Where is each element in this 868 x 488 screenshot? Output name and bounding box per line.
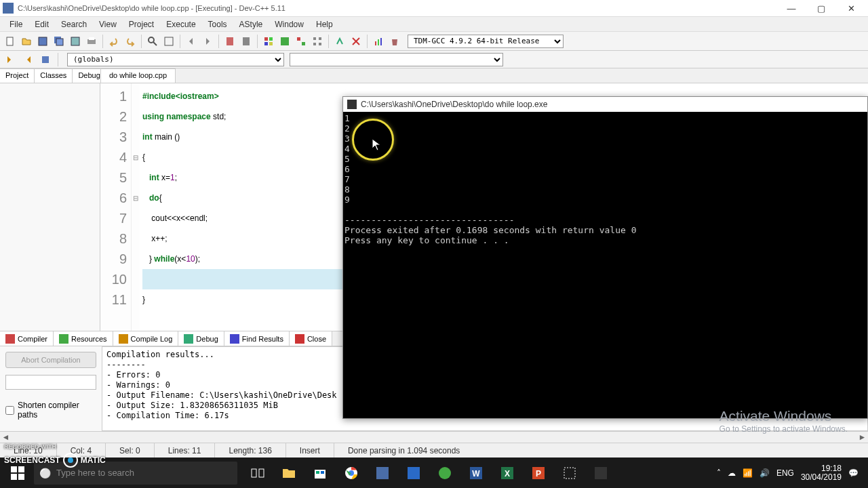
- open-button[interactable]: [19, 34, 34, 49]
- menu-window[interactable]: Window: [269, 18, 309, 30]
- scroll-right-icon[interactable]: ►: [856, 432, 868, 443]
- svg-rect-18: [302, 42, 305, 45]
- svg-rect-25: [375, 41, 376, 45]
- window-title: C:\Users\kashi\OneDrive\Desktop\do while…: [18, 4, 783, 12]
- excel-icon[interactable]: X: [492, 460, 522, 487]
- word-icon[interactable]: W: [461, 460, 491, 487]
- bottom-tab-debug[interactable]: Debug: [178, 331, 224, 346]
- tray-chevron-icon[interactable]: ˄: [717, 468, 721, 478]
- console-icon[interactable]: [586, 460, 616, 487]
- svg-text:X: X: [505, 469, 510, 479]
- task-view-icon[interactable]: [243, 460, 273, 487]
- app1-icon[interactable]: [399, 460, 429, 487]
- console-title: C:\Users\kashi\OneDrive\Desktop\do while…: [361, 100, 547, 109]
- powerpoint-icon[interactable]: P: [524, 460, 553, 487]
- maximize-button[interactable]: ▢: [812, 1, 830, 15]
- trash-button[interactable]: [387, 34, 402, 49]
- bookmark-list-button[interactable]: [20, 52, 35, 67]
- clock[interactable]: 19:18 30/04/2019: [801, 464, 842, 482]
- svg-rect-27: [380, 38, 382, 45]
- print-button[interactable]: [84, 34, 99, 49]
- debug-button[interactable]: [332, 34, 347, 49]
- save-as-button[interactable]: [68, 34, 83, 49]
- abort-compilation-button[interactable]: Abort Compilation: [5, 352, 96, 368]
- save-all-button[interactable]: [52, 34, 66, 49]
- menu-execute[interactable]: Execute: [161, 18, 201, 30]
- back-button[interactable]: [184, 34, 199, 49]
- svg-rect-40: [376, 467, 389, 479]
- app2-icon[interactable]: [555, 460, 585, 487]
- editor-tab[interactable]: do while loop.cpp: [100, 68, 176, 83]
- rebuild-button[interactable]: [310, 34, 325, 49]
- svg-rect-17: [297, 37, 300, 41]
- path-input[interactable]: [5, 375, 96, 390]
- compiler-select[interactable]: TDM-GCC 4.9.2 64-bit Release: [408, 35, 564, 48]
- svg-rect-32: [18, 474, 24, 480]
- replace-button[interactable]: [161, 34, 176, 49]
- svg-rect-20: [319, 37, 321, 40]
- left-tab-project[interactable]: Project: [0, 68, 35, 83]
- svg-rect-1: [39, 37, 47, 45]
- chrome-icon[interactable]: [336, 460, 366, 487]
- svg-rect-19: [313, 37, 316, 40]
- fold-column[interactable]: ⊟⊟: [132, 83, 140, 331]
- status-lines: Lines: 11: [155, 443, 216, 458]
- menu-project[interactable]: Project: [123, 18, 159, 30]
- find-button[interactable]: [145, 34, 160, 49]
- save-button[interactable]: [35, 34, 50, 49]
- bottom-tab-find-results[interactable]: Find Results: [224, 331, 290, 346]
- onedrive-icon[interactable]: ☁: [728, 468, 736, 478]
- forward-button[interactable]: [200, 34, 215, 49]
- console-title-bar[interactable]: C:\Users\kashi\OneDrive\Desktop\do while…: [343, 97, 867, 112]
- bookmark-button[interactable]: [222, 34, 237, 49]
- store-icon[interactable]: [305, 460, 335, 487]
- close-button[interactable]: ✕: [842, 1, 860, 15]
- utorrent-icon[interactable]: [430, 460, 460, 487]
- screencast-watermark: RECORDED WITH SCREENCAST MATIC: [4, 453, 106, 468]
- globals-select[interactable]: (globals): [67, 53, 284, 66]
- svg-rect-15: [269, 42, 273, 45]
- menu-edit[interactable]: Edit: [29, 18, 54, 30]
- menu-file[interactable]: File: [4, 18, 28, 30]
- compile-button[interactable]: [261, 34, 276, 49]
- devcpp-icon[interactable]: [368, 460, 397, 487]
- menu-view[interactable]: View: [94, 18, 122, 30]
- svg-rect-37: [321, 471, 324, 474]
- goto-button[interactable]: [239, 34, 254, 49]
- language-icon[interactable]: ENG: [776, 468, 794, 478]
- undo-button[interactable]: [106, 34, 121, 49]
- compile-run-button[interactable]: [294, 34, 309, 49]
- window-controls: — ▢ ✕: [783, 1, 860, 15]
- menu-tools[interactable]: Tools: [203, 18, 233, 30]
- bottom-tab-close[interactable]: Close: [290, 331, 332, 346]
- wifi-icon[interactable]: 📶: [743, 468, 753, 478]
- bottom-tab-compiler[interactable]: Compiler: [0, 331, 54, 346]
- notifications-icon[interactable]: 💬: [848, 468, 859, 478]
- taskbar-apps: W X P: [243, 460, 616, 487]
- horizontal-scrollbar[interactable]: ◄ ►: [0, 431, 868, 443]
- bottom-tab-compile-log[interactable]: Compile Log: [113, 331, 179, 346]
- menu-search[interactable]: Search: [56, 18, 92, 30]
- stop-button[interactable]: [349, 34, 363, 49]
- new-file-button[interactable]: [3, 34, 18, 49]
- scroll-left-icon[interactable]: ◄: [0, 432, 12, 443]
- menu-astyle[interactable]: AStyle: [234, 18, 269, 30]
- menu-help[interactable]: Help: [311, 18, 338, 30]
- symbol-select[interactable]: [290, 53, 503, 66]
- minimize-button[interactable]: —: [783, 1, 800, 15]
- shorten-paths-input[interactable]: [5, 406, 14, 415]
- file-explorer-icon[interactable]: [274, 460, 304, 487]
- status-sel: Sel: 0: [106, 443, 155, 458]
- redo-button[interactable]: [123, 34, 138, 49]
- shorten-paths-checkbox[interactable]: Shorten compiler paths: [5, 401, 96, 420]
- volume-icon[interactable]: 🔊: [760, 468, 770, 478]
- goto-line-button[interactable]: [3, 52, 18, 67]
- svg-rect-16: [281, 37, 289, 45]
- profile-button[interactable]: [371, 34, 386, 49]
- left-tab-classes[interactable]: Classes: [35, 68, 73, 83]
- screencast-orb-icon: [63, 453, 78, 468]
- insert-button[interactable]: [38, 52, 53, 67]
- console-window[interactable]: C:\Users\kashi\OneDrive\Desktop\do while…: [342, 96, 868, 419]
- bottom-tab-resources[interactable]: Resources: [54, 331, 113, 346]
- run-button[interactable]: [277, 34, 292, 49]
